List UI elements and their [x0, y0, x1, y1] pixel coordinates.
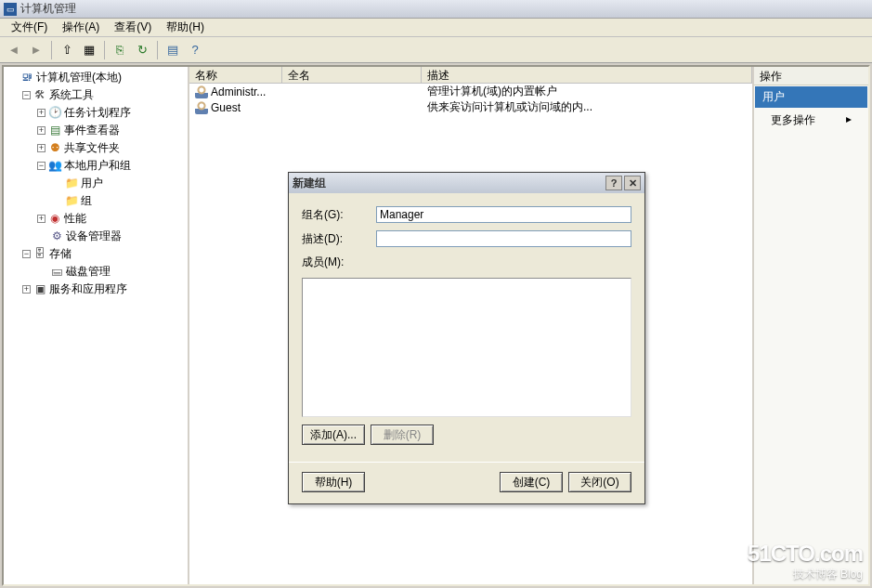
- collapse-icon[interactable]: −: [37, 162, 46, 170]
- action-more[interactable]: 更多操作 ▸: [754, 109, 868, 132]
- create-button[interactable]: 创建(C): [500, 472, 563, 492]
- event-icon: ▤: [48, 124, 61, 137]
- tree-performance[interactable]: + ◉ 性能: [35, 210, 186, 228]
- app-icon: ▭: [4, 3, 17, 16]
- users-groups-icon: 👥: [48, 160, 61, 173]
- help-button[interactable]: ?: [185, 40, 205, 60]
- expand-icon[interactable]: +: [37, 215, 46, 223]
- dialog-title: 新建组: [293, 176, 326, 191]
- tree-label: 磁盘管理: [66, 264, 111, 280]
- tree-disk-mgmt[interactable]: 🖴 磁盘管理: [35, 263, 186, 281]
- collapse-icon[interactable]: −: [22, 250, 31, 258]
- tree-system-tools[interactable]: − 🛠 系统工具: [20, 86, 186, 104]
- share-icon: ⚉: [48, 142, 61, 155]
- computer-icon: 🖳: [20, 72, 33, 85]
- actions-panel: 操作 用户 更多操作 ▸: [752, 67, 868, 584]
- dialog-close-button[interactable]: ✕: [624, 176, 641, 190]
- groupname-input[interactable]: [376, 206, 631, 223]
- members-listbox[interactable]: [302, 278, 631, 417]
- menu-view[interactable]: 查看(V): [107, 18, 159, 37]
- cell-name: Guest: [211, 101, 241, 114]
- groupname-label: 组名(G):: [302, 207, 376, 223]
- new-group-dialog: 新建组 ? ✕ 组名(G): 描述(D): 成员(M): 添加(A)... 删除…: [288, 172, 645, 504]
- storage-icon: 🗄: [33, 248, 46, 261]
- dialog-titlebar[interactable]: 新建组 ? ✕: [289, 173, 644, 193]
- tools-icon: 🛠: [33, 89, 46, 102]
- tree-label: 共享文件夹: [64, 140, 120, 156]
- menubar: 文件(F) 操作(A) 查看(V) 帮助(H): [0, 19, 872, 37]
- tree-task-scheduler[interactable]: + 🕑 任务计划程序: [35, 104, 186, 122]
- menu-help[interactable]: 帮助(H): [159, 18, 212, 37]
- desc-label: 描述(D):: [302, 231, 376, 247]
- cell-name: Administr...: [211, 85, 266, 98]
- toolbar-separator: [104, 41, 105, 59]
- expand-icon[interactable]: +: [37, 109, 46, 117]
- dialog-help-button[interactable]: ?: [605, 176, 622, 190]
- back-button: ◄: [4, 40, 24, 60]
- folder-icon: 📁: [65, 177, 78, 190]
- tree-event-viewer[interactable]: + ▤ 事件查看器: [35, 122, 186, 139]
- tree-label: 事件查看器: [64, 123, 120, 138]
- action-more-label: 更多操作: [771, 113, 815, 126]
- remove-button[interactable]: 删除(R): [371, 425, 434, 445]
- user-icon: [195, 101, 208, 114]
- cell-desc: 供来宾访问计算机或访问域的内...: [422, 99, 752, 115]
- menu-file[interactable]: 文件(F): [4, 18, 55, 37]
- actions-header: 操作: [754, 67, 868, 85]
- tree-label: 任务计划程序: [64, 105, 131, 121]
- tree-storage[interactable]: − 🗄 存储: [20, 245, 186, 263]
- tree-root-computer-mgmt[interactable]: 🖳 计算机管理(本地): [6, 69, 186, 86]
- toolbar-separator: [51, 41, 52, 59]
- expand-icon[interactable]: +: [22, 285, 31, 294]
- dialog-divider: [289, 462, 644, 463]
- window-title: 计算机管理: [20, 1, 76, 17]
- device-icon: ⚙: [50, 230, 63, 243]
- show-hide-tree-button[interactable]: ▦: [79, 40, 99, 60]
- collapse-icon[interactable]: −: [22, 91, 31, 99]
- add-button[interactable]: 添加(A)...: [302, 425, 365, 445]
- col-header-fullname[interactable]: 全名: [282, 67, 422, 83]
- up-button[interactable]: ⇧: [57, 40, 77, 60]
- col-header-name[interactable]: 名称: [189, 67, 282, 83]
- actions-category: 用户: [755, 86, 867, 108]
- titlebar: ▭ 计算机管理: [0, 0, 872, 19]
- tree-label: 本地用户和组: [64, 158, 131, 174]
- close-button[interactable]: 关闭(O): [568, 472, 631, 492]
- list-header: 名称 全名 描述: [189, 67, 752, 84]
- tree-services-apps[interactable]: + ▣ 服务和应用程序: [20, 281, 186, 298]
- export-button[interactable]: ⎘: [110, 40, 130, 60]
- disk-icon: 🖴: [50, 266, 63, 279]
- properties-button[interactable]: ▤: [163, 40, 183, 60]
- tree-users[interactable]: 📁 用户: [50, 175, 186, 192]
- tree-label: 用户: [81, 176, 103, 191]
- forward-button: ►: [26, 40, 46, 60]
- desc-input[interactable]: [376, 230, 631, 247]
- clock-icon: 🕑: [48, 107, 61, 120]
- list-item[interactable]: Guest 供来宾访问计算机或访问域的内...: [189, 99, 752, 115]
- service-icon: ▣: [33, 283, 46, 296]
- col-header-desc[interactable]: 描述: [422, 67, 752, 83]
- tree-label: 计算机管理(本地): [36, 70, 122, 85]
- help-button[interactable]: 帮助(H): [302, 472, 365, 492]
- nav-tree[interactable]: 🖳 计算机管理(本地) − 🛠 系统工具 + 🕑: [4, 67, 189, 584]
- tree-label: 组: [81, 193, 92, 209]
- cell-desc: 管理计算机(域)的内置帐户: [422, 84, 752, 99]
- tree-local-users-groups[interactable]: − 👥 本地用户和组: [35, 157, 186, 175]
- tree-label: 服务和应用程序: [49, 281, 127, 297]
- tree-label: 设备管理器: [66, 229, 122, 244]
- folder-icon: 📁: [65, 195, 78, 208]
- tree-device-manager[interactable]: ⚙ 设备管理器: [35, 228, 186, 245]
- performance-icon: ◉: [48, 213, 61, 226]
- expand-icon[interactable]: +: [37, 144, 46, 152]
- expand-icon[interactable]: +: [37, 126, 46, 135]
- chevron-right-icon: ▸: [846, 112, 852, 125]
- tree-shared-folders[interactable]: + ⚉ 共享文件夹: [35, 139, 186, 157]
- members-label: 成员(M):: [302, 255, 376, 270]
- dialog-body: 组名(G): 描述(D): 成员(M): 添加(A)... 删除(R) 帮助(H…: [289, 193, 644, 503]
- tree-label: 系统工具: [49, 87, 94, 103]
- menu-action[interactable]: 操作(A): [55, 18, 107, 37]
- tree-groups[interactable]: 📁 组: [50, 192, 186, 210]
- refresh-button[interactable]: ↻: [132, 40, 152, 60]
- list-item[interactable]: Administr... 管理计算机(域)的内置帐户: [189, 84, 752, 99]
- toolbar: ◄ ► ⇧ ▦ ⎘ ↻ ▤ ?: [0, 37, 872, 63]
